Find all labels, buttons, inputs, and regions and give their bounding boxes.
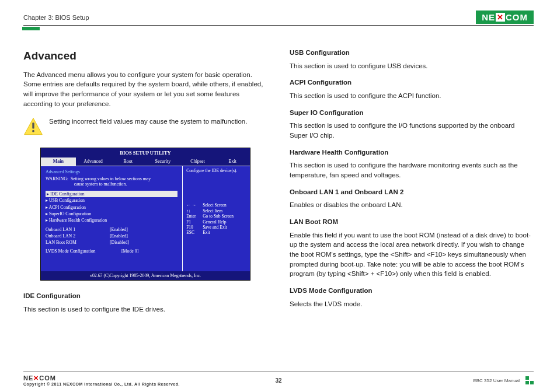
bios-item-usb: ▸ USB Configuration xyxy=(46,197,177,204)
svg-point-2 xyxy=(32,130,34,132)
nexcom-logo: NE✕COM xyxy=(476,10,534,24)
footer-copyright: Copyright © 2011 NEXCOM International Co… xyxy=(23,382,180,386)
onboardlan-heading: Onboard LAN 1 and Onboard LAN 2 xyxy=(290,187,534,197)
bios-help-desc: Configure the IDE device(s). xyxy=(186,169,246,174)
page-header: Chapter 3: BIOS Setup NE✕COM xyxy=(23,10,534,26)
bios-util-title: BIOS SETUP UTILITY xyxy=(41,148,250,158)
bios-right-pane: Configure the IDE device(s). ← →Select S… xyxy=(183,166,250,271)
hwhealth-heading: Hardware Health Configuration xyxy=(290,148,534,158)
footer-logo-block: NE✕COM Copyright © 2011 NEXCOM Internati… xyxy=(23,374,180,386)
header-accent-bar xyxy=(22,27,40,30)
footer-logo-text: NE✕COM xyxy=(23,374,180,382)
usb-body: This section is used to configure USB de… xyxy=(290,61,534,71)
lvds-body: Selects the LVDS mode. xyxy=(290,299,534,309)
intro-paragraph: The Advanced menu allows you to configur… xyxy=(23,70,267,109)
lvds-heading: LVDS Mode Configuration xyxy=(290,286,534,296)
bios-item-superio: ▸ SuperIO Configuration xyxy=(46,211,177,217)
bios-tab-chipset: Chipset xyxy=(180,158,215,166)
lanrom-body: Enable this field if you want to use the… xyxy=(290,230,534,279)
bios-item-acpi: ▸ ACPI Configuration xyxy=(46,204,177,211)
bios-row-lan2: Onboard LAN 2[Enabled] xyxy=(46,233,177,239)
bios-tab-boot: Boot xyxy=(110,158,145,166)
onboardlan-body: Enables or disables the onboard LAN. xyxy=(290,200,534,210)
bios-menu-bar: Main Advanced Boot Security Chipset Exit xyxy=(41,158,250,166)
bios-warning-line: WARNING: Setting wrong values in below s… xyxy=(46,177,177,187)
ide-config-body: This section is used to configure the ID… xyxy=(23,304,267,314)
ide-config-heading: IDE Configuration xyxy=(23,291,267,301)
bios-tab-exit: Exit xyxy=(215,158,250,166)
bios-screenshot: BIOS SETUP UTILITY Main Advanced Boot Se… xyxy=(40,148,250,281)
left-column: Advanced The Advanced menu allows you to… xyxy=(23,48,267,316)
bios-adv-settings-label: Advanced Settings xyxy=(46,169,177,175)
bios-tab-main: Main xyxy=(41,158,76,166)
usb-heading: USB Configuration xyxy=(290,48,534,58)
warning-icon xyxy=(23,117,43,139)
warning-callout: Setting incorrect field values may cause… xyxy=(23,117,267,139)
bios-row-lanrom: LAN Boot ROM[Disabled] xyxy=(46,239,177,246)
bios-footer-text: v02.67 (C)Copyright 1985-2009, American … xyxy=(41,271,250,280)
superio-heading: Super IO Configuration xyxy=(290,108,534,118)
svg-rect-1 xyxy=(32,123,34,128)
hwhealth-body: This section is used to configure the ha… xyxy=(290,160,534,180)
right-column: USB Configuration This section is used t… xyxy=(290,48,534,316)
bios-row-lvds: LVDS Mode Configuration[Mode 0] xyxy=(46,248,177,254)
section-title: Advanced xyxy=(23,48,267,64)
bios-tab-security: Security xyxy=(145,158,180,166)
footer-dots-icon xyxy=(525,376,534,384)
bios-row-lan1: Onboard LAN 1[Enabled] xyxy=(46,226,177,233)
bios-left-pane: Advanced Settings WARNING: Setting wrong… xyxy=(41,166,183,271)
bios-item-ide: ▸ IDE Configuration xyxy=(46,191,177,197)
page-number: 32 xyxy=(275,377,281,384)
superio-body: This section is used to configure the I/… xyxy=(290,121,534,140)
acpi-heading: ACPI Configuration xyxy=(290,78,534,88)
bios-item-hwhealth: ▸ Hardware Health Configuration xyxy=(46,217,177,223)
bios-key-legend: ← →Select Screen ↑↓Select Item EnterGo t… xyxy=(186,202,246,235)
warning-text: Setting incorrect field values may cause… xyxy=(49,117,267,127)
footer-manual-name: EBC 352 User Manual xyxy=(473,378,520,383)
acpi-body: This section is used to configure the AC… xyxy=(290,91,534,101)
page-footer: NE✕COM Copyright © 2011 NEXCOM Internati… xyxy=(23,372,534,386)
chapter-title: Chapter 3: BIOS Setup xyxy=(23,14,89,21)
lanrom-heading: LAN Boot ROM xyxy=(290,217,534,227)
bios-tab-advanced: Advanced xyxy=(76,158,111,166)
